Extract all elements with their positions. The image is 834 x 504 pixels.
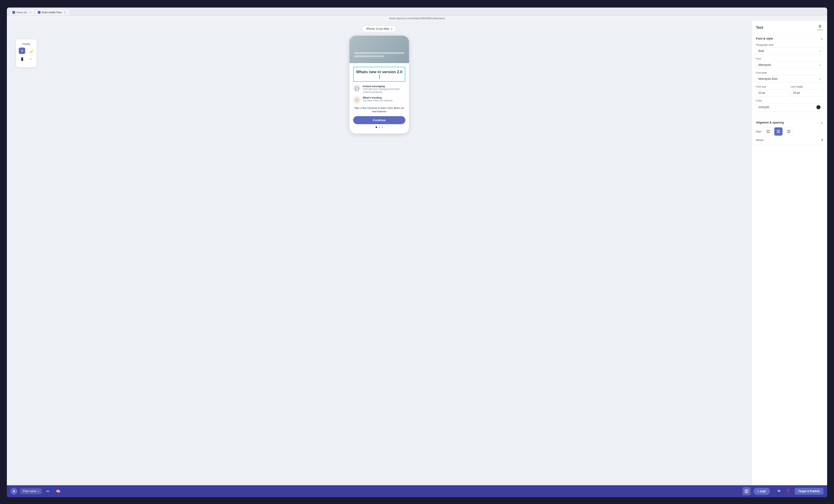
messaging-icon: 💬 [353, 85, 360, 92]
display-light-icon[interactable]: ☀ [19, 48, 25, 54]
tab-build-mobile-flow[interactable]: Build mobile Flow ✕ [35, 9, 69, 15]
text-cursor [379, 75, 380, 79]
display-panel-title: Display [19, 43, 34, 45]
trending-title: What's trending [363, 96, 393, 99]
device-selector[interactable]: iPhone 13 pro Max ▾ [362, 26, 396, 32]
feature-item-trending: ⭐ What's trending See what others are en… [353, 96, 405, 104]
build-tab-close[interactable]: ✕ [64, 11, 66, 14]
phone-mockup: Whats new in version 2.0 💬 Instant messa… [350, 36, 409, 134]
phone-header-image [350, 36, 409, 63]
flows-list-tab-close[interactable]: ✕ [29, 11, 31, 14]
dot-1 [376, 127, 377, 128]
learn-text: Take a few moments to learn more about o… [353, 106, 405, 113]
messaging-text: Instant messaging Chat with your colleag… [363, 85, 405, 94]
dot-indicators [353, 127, 405, 130]
trending-icon: ⭐ [353, 96, 360, 104]
messaging-title: Instant messaging [363, 85, 405, 88]
flows-list-tab-icon [13, 11, 15, 14]
dot-3 [381, 127, 383, 128]
dot-2 [378, 127, 380, 128]
phone-title-container[interactable]: Whats new in version 2.0 [353, 67, 405, 82]
image-line-2 [354, 55, 384, 57]
url-text: studio.appcues.com/builder/2892309/myflo… [389, 17, 417, 20]
flows-list-tab-label: Flows list [17, 11, 27, 14]
build-tab-icon [38, 11, 41, 14]
messaging-desc: Chat with your colleagues and share cont… [363, 88, 405, 94]
trending-desc: See what others are enjoying [363, 99, 393, 102]
build-tab-label: Build mobile Flow [42, 11, 62, 14]
image-line-1 [354, 52, 404, 54]
device-name: iPhone 13 pro Max [366, 27, 389, 30]
browser-content: iPhone 13 pro Max ▾ Display ☀ 🌙 📱 ▭ [7, 21, 417, 252]
feature-item-messaging: 💬 Instant messaging Chat with your colle… [353, 85, 405, 94]
display-tablet-icon[interactable]: ▭ [27, 56, 34, 62]
display-device-icons: 📱 ▭ [19, 56, 34, 62]
address-bar[interactable]: studio.appcues.com/builder/2892309/myflo… [7, 16, 417, 21]
phone-title-text: Whats new in version 2.0 [356, 70, 402, 74]
device-chevron-icon: ▾ [391, 28, 392, 30]
display-phone-icon[interactable]: 📱 [19, 56, 25, 62]
display-dark-icon[interactable]: 🌙 [27, 48, 34, 54]
continue-button[interactable]: Continue [353, 116, 405, 124]
image-placeholder-lines [354, 52, 404, 59]
browser-tabs: Flows list ✕ Build mobile Flow ✕ [7, 7, 417, 16]
trending-text: What's trending See what others are enjo… [363, 96, 393, 102]
tab-flows-list[interactable]: Flows list ✕ [9, 9, 34, 15]
display-theme-icons: ☀ 🌙 [19, 48, 34, 54]
canvas-area: iPhone 13 pro Max ▾ Display ☀ 🌙 📱 ▭ [7, 21, 417, 252]
display-panel: Display ☀ 🌙 📱 ▭ [16, 39, 37, 67]
phone-content: Whats new in version 2.0 💬 Instant messa… [350, 63, 409, 134]
